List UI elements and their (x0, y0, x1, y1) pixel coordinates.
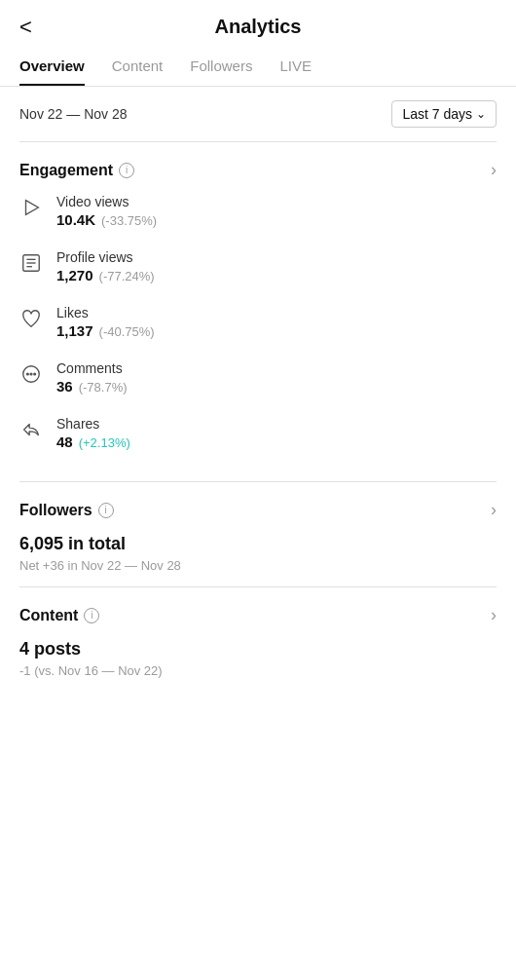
followers-info-icon[interactable]: i (98, 503, 114, 518)
followers-total: 6,095 in total (19, 534, 497, 554)
content-section: Content i › 4 posts -1 (vs. Nov 16 — Nov… (0, 587, 516, 688)
followers-header: Followers i › (19, 500, 497, 520)
engagement-info-icon[interactable]: i (119, 163, 134, 178)
page-title: Analytics (215, 16, 302, 38)
info-label: i (126, 165, 128, 175)
content-chevron-right-icon[interactable]: › (491, 605, 497, 625)
share-icon (19, 418, 43, 441)
svg-point-6 (26, 373, 28, 375)
content-vs: -1 (vs. Nov 16 — Nov 22) (19, 663, 497, 678)
followers-title: Followers (19, 502, 92, 519)
likes-label: Likes (56, 305, 155, 320)
metric-profile-views: Profile views 1,270 (-77.24%) (19, 249, 497, 283)
date-row: Nov 22 — Nov 28 Last 7 days ⌄ (0, 87, 516, 141)
followers-chevron-right-icon[interactable]: › (491, 500, 497, 520)
tab-followers[interactable]: Followers (190, 48, 252, 86)
tab-content[interactable]: Content (112, 48, 164, 86)
engagement-header: Engagement i › (19, 160, 497, 180)
likes-change: (-40.75%) (99, 324, 155, 339)
video-views-change: (-33.75%) (101, 213, 157, 228)
engagement-section: Engagement i › Video views 10.4K (-33.75… (0, 142, 516, 481)
chevron-down-icon: ⌄ (476, 107, 486, 121)
profile-icon (19, 251, 43, 275)
video-views-value: 10.4K (56, 211, 95, 228)
content-info-icon[interactable]: i (84, 608, 99, 623)
play-icon (19, 196, 43, 219)
back-button[interactable]: < (19, 15, 32, 40)
content-title: Content (19, 607, 78, 624)
likes-value: 1,137 (56, 322, 93, 339)
date-filter-label: Last 7 days (402, 106, 472, 122)
metric-video-views: Video views 10.4K (-33.75%) (19, 194, 497, 228)
profile-views-label: Profile views (56, 249, 155, 265)
profile-views-value: 1,270 (56, 267, 93, 283)
content-posts: 4 posts (19, 639, 497, 660)
metric-likes: Likes 1,137 (-40.75%) (19, 305, 497, 339)
tabs-bar: Overview Content Followers LIVE (0, 48, 516, 87)
comments-change: (-78.7%) (79, 380, 128, 395)
date-range-label: Nov 22 — Nov 28 (19, 106, 128, 122)
comments-label: Comments (56, 360, 128, 376)
header: < Analytics (0, 0, 516, 48)
followers-title-row: Followers i (19, 502, 114, 519)
svg-marker-0 (26, 201, 39, 215)
engagement-chevron-right-icon[interactable]: › (491, 160, 497, 180)
svg-point-8 (34, 373, 36, 375)
tab-overview[interactable]: Overview (19, 48, 85, 86)
metric-comments: Comments 36 (-78.7%) (19, 360, 497, 395)
comments-value: 36 (56, 378, 73, 395)
svg-point-7 (30, 373, 32, 375)
followers-section: Followers i › 6,095 in total Net +36 in … (0, 482, 516, 586)
metric-shares: Shares 48 (+2.13%) (19, 416, 497, 450)
tab-live[interactable]: LIVE (279, 48, 312, 86)
video-views-label: Video views (56, 194, 157, 209)
shares-change: (+2.13%) (79, 435, 130, 450)
engagement-title-row: Engagement i (19, 162, 134, 179)
date-filter-dropdown[interactable]: Last 7 days ⌄ (391, 100, 497, 128)
heart-icon (19, 307, 43, 330)
shares-value: 48 (56, 433, 73, 450)
content-title-row: Content i (19, 607, 99, 624)
engagement-title: Engagement (19, 162, 113, 179)
content-header: Content i › (19, 605, 497, 625)
shares-label: Shares (56, 416, 130, 432)
comment-icon (19, 362, 43, 386)
profile-views-change: (-77.24%) (99, 269, 155, 283)
followers-net: Net +36 in Nov 22 — Nov 28 (19, 558, 497, 573)
